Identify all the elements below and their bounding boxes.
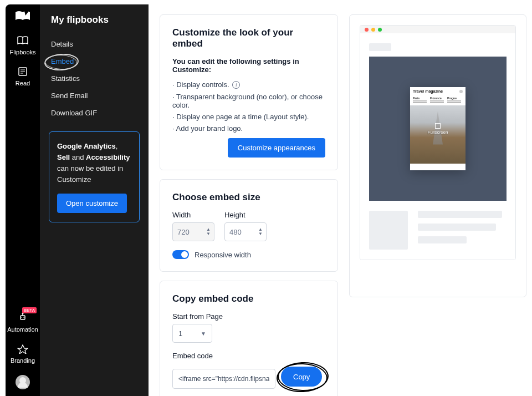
browser-mock: Travel magazine Paris Florence Prague: [360, 25, 516, 260]
height-input[interactable]: 480 ▲▼: [224, 222, 267, 241]
customize-item: · Transparent background (no color), or …: [172, 93, 325, 109]
info-icon[interactable]: i: [232, 81, 240, 89]
window-maximize-icon: [378, 28, 382, 32]
customize-card: Customize the look of your embed You can…: [160, 14, 338, 170]
svg-rect-5: [21, 316, 25, 319]
open-customize-button[interactable]: Open customize: [57, 194, 127, 213]
size-heading: Choose embed size: [172, 192, 325, 203]
magazine-logo-icon: [459, 90, 463, 93]
rail-item-branding[interactable]: Branding: [11, 344, 35, 364]
start-page-select[interactable]: 1 ▼: [172, 324, 212, 343]
rail-item-automation[interactable]: Automation: [7, 312, 38, 333]
skeleton-content: [369, 211, 507, 250]
sidebar: My flipbooks Details Embed Statistics Se…: [40, 4, 149, 396]
sidebar-link-details[interactable]: Details: [40, 35, 149, 53]
read-icon: [18, 67, 28, 78]
customize-item: · Add your brand logo.: [172, 124, 325, 133]
chevron-down-icon: ▼: [201, 331, 206, 337]
rail-label: Automation: [7, 326, 38, 333]
fullscreen-overlay[interactable]: Fullscreen: [428, 123, 448, 135]
browser-titlebar: [360, 26, 515, 33]
embed-code-input[interactable]: [172, 369, 275, 389]
customize-item: · Display controls. i: [172, 80, 325, 89]
sidebar-link-send-email[interactable]: Send Email: [40, 87, 149, 104]
customize-subheading: You can edit the following settings in C…: [172, 57, 325, 74]
svg-point-8: [21, 317, 22, 318]
flipbook-icon: [17, 35, 29, 47]
automation-icon: [17, 312, 28, 324]
user-avatar[interactable]: [16, 375, 30, 389]
copy-embed-card: Copy embed code Start from Page 1 ▼ Embe…: [160, 281, 338, 396]
preview-panel: Travel magazine Paris Florence Prague: [349, 14, 526, 297]
skeleton-brand: [369, 43, 391, 51]
width-input[interactable]: 720 ▲▼: [172, 222, 214, 241]
customize-item: · Display one page at a time (Layout sty…: [172, 113, 325, 121]
copy-heading: Copy embed code: [172, 293, 325, 304]
rail-item-read[interactable]: Read: [16, 67, 30, 87]
rail-label: Read: [16, 80, 30, 87]
rail-label: Branding: [11, 357, 35, 364]
customize-appearances-button[interactable]: Customize appearances: [228, 138, 325, 158]
copy-button[interactable]: Copy: [281, 367, 322, 387]
rail-label: Flipbooks: [9, 49, 35, 55]
height-label: Height: [224, 211, 267, 219]
magazine-title: Travel magazine: [413, 89, 443, 93]
sidebar-link-download-gif[interactable]: Download GIF: [40, 104, 149, 121]
embed-size-card: Choose embed size Width 720 ▲▼ Height 48…: [160, 179, 338, 272]
sidebar-link-statistics[interactable]: Statistics: [40, 70, 149, 87]
toggle-label: Responsive width: [195, 251, 251, 259]
responsive-width-toggle[interactable]: [172, 250, 189, 259]
fullscreen-icon: [435, 123, 441, 129]
branding-icon: [17, 344, 28, 355]
beta-badge: BETA: [22, 307, 37, 313]
app-logo[interactable]: [14, 10, 31, 22]
svg-point-9: [23, 317, 24, 318]
rail-item-flipbooks[interactable]: Flipbooks: [9, 35, 35, 55]
nav-rail: Flipbooks Read BETA Automation Branding: [6, 4, 40, 396]
sidebar-link-embed[interactable]: Embed: [40, 53, 149, 70]
sidebar-title: My flipbooks: [40, 14, 149, 35]
main-content: Customize the look of your embed You can…: [149, 4, 526, 396]
spinner-icon[interactable]: ▲▼: [206, 227, 211, 236]
window-close-icon: [365, 28, 369, 32]
width-label: Width: [172, 211, 214, 219]
window-minimize-icon: [371, 28, 375, 32]
info-callout: Google Analytics, Sell and Accessibility…: [49, 131, 140, 222]
embed-preview-hero: Travel magazine Paris Florence Prague: [369, 57, 507, 201]
spinner-icon[interactable]: ▲▼: [258, 227, 263, 236]
customize-heading: Customize the look of your embed: [172, 27, 325, 49]
embed-code-label: Embed code: [172, 352, 325, 360]
start-page-label: Start from Page: [172, 312, 325, 321]
